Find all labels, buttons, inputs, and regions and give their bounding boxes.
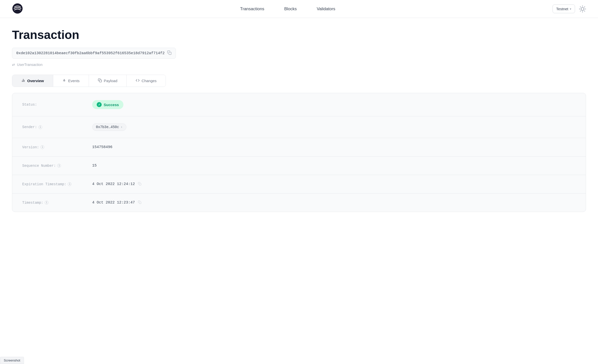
- tab-overview[interactable]: Overview: [12, 75, 53, 87]
- svg-rect-17: [139, 183, 141, 185]
- network-selector[interactable]: Testnet ▾: [553, 4, 575, 13]
- nav-links: Transactions Blocks Validators: [240, 6, 335, 11]
- sender-chip[interactable]: 0x7b3e…450c ›: [92, 123, 126, 131]
- tx-hash-row: 0xde102a1302281014beaecf30fb2aa6bbf9af55…: [12, 48, 586, 59]
- tab-payload-label: Payload: [104, 79, 117, 83]
- timestamp-value: 4 Oct 2022 12:23:47: [92, 200, 141, 205]
- page-title: Transaction: [12, 28, 586, 42]
- svg-point-15: [64, 79, 64, 80]
- sender-value: 0x7b3e…450c ›: [92, 123, 126, 131]
- sender-arrow-icon: ›: [120, 125, 122, 129]
- nav-right: Testnet ▾: [553, 4, 586, 13]
- timestamp-label: Timestamp: i: [22, 201, 92, 205]
- status-row: Status: ✓ Success: [12, 93, 586, 116]
- theme-toggle[interactable]: [579, 5, 586, 12]
- sender-row: Sender: i 0x7b3e…450c ›: [12, 116, 586, 138]
- tab-changes-label: Changes: [142, 79, 157, 83]
- sequence-info-icon: i: [57, 164, 61, 168]
- expiration-value: 4 Oct 2022 12:24:12: [92, 182, 141, 186]
- sequence-text: 15: [92, 164, 97, 168]
- nav-blocks[interactable]: Blocks: [284, 6, 297, 11]
- version-text: 154758496: [92, 145, 112, 149]
- tx-type-icon: ⇄: [12, 63, 15, 67]
- code-icon: [136, 78, 140, 83]
- sender-info-icon: i: [38, 125, 42, 129]
- svg-rect-16: [99, 80, 102, 82]
- sender-address: 0x7b3e…450c: [96, 125, 119, 129]
- sequence-value: 15: [92, 164, 97, 168]
- status-text: Success: [104, 103, 119, 107]
- tab-overview-label: Overview: [27, 79, 44, 83]
- status-badge: ✓ Success: [92, 100, 123, 109]
- sequence-label: Sequence Number: i: [22, 164, 92, 168]
- detail-card: Status: ✓ Success Sender: i 0x7b3e…450c …: [12, 93, 586, 212]
- svg-point-1: [581, 7, 584, 10]
- expiration-info-icon: i: [68, 182, 71, 186]
- copy-expiration-icon[interactable]: [138, 182, 141, 186]
- logo[interactable]: [12, 3, 23, 15]
- expiration-label: Expiration Timestamp: i: [22, 182, 92, 186]
- payload-copy-icon: [98, 78, 102, 83]
- navbar: Transactions Blocks Validators Testnet ▾: [0, 0, 598, 18]
- tx-hash-text: 0xde102a1302281014beaecf30fb2aa6bbf9af55…: [16, 51, 165, 55]
- version-value: 154758496: [92, 145, 112, 149]
- network-label: Testnet: [556, 7, 568, 11]
- tab-changes[interactable]: Changes: [127, 75, 166, 87]
- screenshot-label: Screenshot: [0, 357, 24, 364]
- svg-line-5: [584, 11, 585, 11]
- tx-hash-box: 0xde102a1302281014beaecf30fb2aa6bbf9af55…: [12, 48, 176, 59]
- nav-transactions[interactable]: Transactions: [240, 6, 264, 11]
- timestamp-row: Timestamp: i 4 Oct 2022 12:23:47: [12, 193, 586, 212]
- tab-events-label: Events: [68, 79, 80, 83]
- svg-rect-10: [169, 52, 171, 55]
- bar-chart-icon: [21, 78, 25, 83]
- expiration-text: 4 Oct 2022 12:24:12: [92, 182, 135, 186]
- expiration-row: Expiration Timestamp: i 4 Oct 2022 12:24…: [12, 175, 586, 193]
- version-info-icon: i: [40, 145, 44, 149]
- chevron-down-icon: ▾: [570, 7, 571, 11]
- sequence-row: Sequence Number: i 15: [12, 157, 586, 175]
- nav-validators[interactable]: Validators: [317, 6, 335, 11]
- status-check-icon: ✓: [97, 102, 102, 107]
- status-value: ✓ Success: [92, 100, 123, 109]
- svg-line-9: [584, 6, 585, 7]
- main-content: Transaction 0xde102a1302281014beaecf30fb…: [0, 18, 598, 222]
- arrow-up-icon: [62, 78, 66, 83]
- version-label: Version: i: [22, 145, 92, 149]
- tx-type-row: ⇄ UserTransaction: [12, 63, 586, 67]
- tab-payload[interactable]: Payload: [89, 75, 127, 87]
- copy-hash-icon[interactable]: [167, 50, 172, 56]
- timestamp-info-icon: i: [45, 201, 48, 204]
- tabs-bar: Overview Events Payload: [12, 75, 166, 87]
- svg-line-4: [580, 6, 581, 7]
- svg-rect-18: [139, 202, 141, 204]
- version-row: Version: i 154758496: [12, 138, 586, 157]
- tab-events[interactable]: Events: [53, 75, 89, 87]
- copy-timestamp-icon[interactable]: [138, 200, 141, 205]
- sender-label: Sender: i: [22, 125, 92, 129]
- timestamp-text: 4 Oct 2022 12:23:47: [92, 200, 135, 205]
- svg-line-8: [580, 11, 581, 11]
- status-label: Status:: [22, 103, 92, 107]
- tx-type-label: UserTransaction: [17, 63, 42, 67]
